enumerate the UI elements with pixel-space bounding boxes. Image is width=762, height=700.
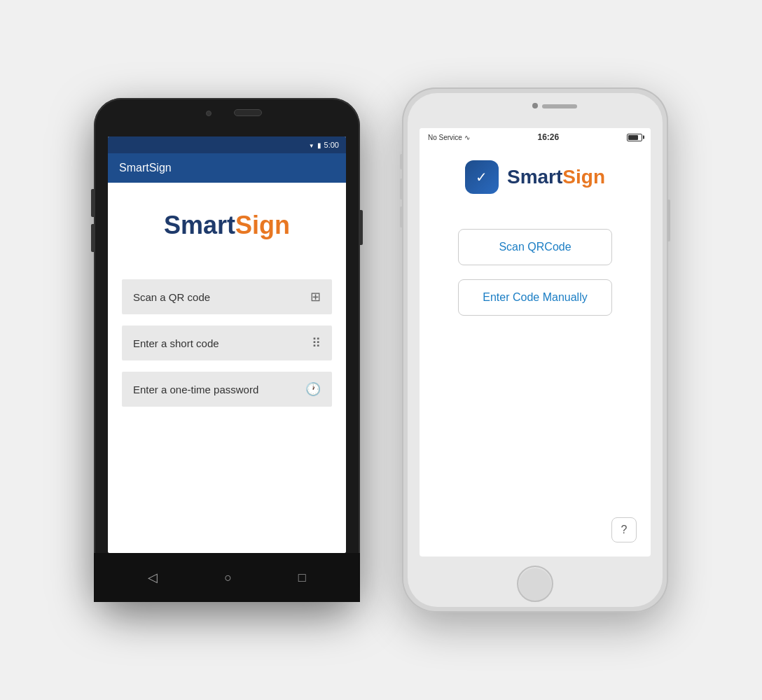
ios-help-button[interactable]: ? — [611, 517, 637, 542]
ios-help-label: ? — [621, 524, 628, 536]
ios-logo-icon: ✓ — [465, 160, 499, 194]
scan-qr-button[interactable]: Scan a QR code ⊞ — [122, 279, 332, 314]
android-recents-button[interactable]: □ — [298, 570, 306, 585]
android-content: SmartSign Scan a QR code ⊞ Enter a short… — [108, 183, 346, 553]
wifi-icon — [309, 141, 314, 149]
ios-battery-fill — [628, 135, 638, 140]
ios-speaker — [542, 104, 577, 108]
ios-phone: No Service ∿ 16:26 ✓ SmartSign — [402, 88, 668, 612]
ios-screen: No Service ∿ 16:26 ✓ SmartSign — [420, 128, 651, 556]
ios-logo-row: ✓ SmartSign — [465, 160, 605, 194]
ios-enter-code-button[interactable]: Enter Code Manually — [458, 279, 612, 316]
android-volume-up-button[interactable] — [91, 189, 94, 217]
enter-short-code-label: Enter a short code — [133, 337, 219, 349]
ios-carrier-text: No Service — [428, 134, 462, 141]
battery-icon — [317, 141, 321, 149]
checkmark-icon: ✓ — [476, 169, 487, 186]
android-power-button[interactable] — [360, 210, 363, 245]
scan-qr-label: Scan a QR code — [133, 291, 210, 303]
qr-icon: ⊞ — [310, 289, 321, 304]
ios-volume-up-button[interactable] — [400, 178, 403, 200]
enter-otp-button[interactable]: Enter a one-time password 🕐 — [122, 372, 332, 407]
ios-time: 16:26 — [537, 132, 559, 142]
ios-enter-code-label: Enter Code Manually — [483, 291, 587, 303]
logo-sign-text: Sign — [235, 211, 290, 239]
ios-logo-text: SmartSign — [507, 166, 605, 188]
ios-camera — [532, 103, 538, 108]
enter-short-code-button[interactable]: Enter a short code ⠿ — [122, 326, 332, 360]
android-volume-down-button[interactable] — [91, 224, 94, 252]
ios-battery-indicator — [627, 134, 642, 141]
ios-status-bar: No Service ∿ 16:26 — [420, 128, 651, 146]
clock-icon: 🕐 — [305, 382, 321, 397]
ios-scan-qr-label: Scan QRCode — [499, 241, 571, 253]
ios-volume-down-button[interactable] — [400, 206, 403, 227]
ios-battery-icon — [627, 134, 642, 141]
android-toolbar-title: SmartSign — [119, 162, 172, 174]
android-home-button[interactable]: ○ — [224, 570, 232, 585]
ios-power-button[interactable] — [667, 200, 670, 241]
ios-logo-smart: Smart — [507, 166, 562, 188]
ios-logo-sign: Sign — [562, 166, 605, 188]
android-toolbar: SmartSign — [108, 153, 346, 183]
logo-smart-text: Smart — [164, 211, 235, 239]
ios-mute-button[interactable] — [400, 154, 403, 169]
android-speaker — [234, 109, 262, 116]
ios-scan-qr-button[interactable]: Scan QRCode — [458, 229, 612, 265]
android-nav-bar: ◁ ○ □ — [94, 553, 360, 602]
android-logo: SmartSign — [164, 211, 290, 240]
android-back-button[interactable]: ◁ — [148, 570, 158, 585]
ios-home-button[interactable] — [517, 566, 553, 602]
android-time: 5:00 — [324, 141, 339, 149]
grid-icon: ⠿ — [312, 335, 321, 351]
enter-otp-label: Enter a one-time password — [133, 384, 258, 396]
ios-carrier: No Service ∿ — [428, 134, 470, 141]
ios-wifi-icon: ∿ — [464, 134, 470, 141]
android-screen: 5:00 SmartSign SmartSign Scan a QR code … — [108, 136, 346, 553]
android-status-bar: 5:00 — [108, 136, 346, 153]
ios-content: ✓ SmartSign Scan QRCode Enter Code Manua… — [420, 146, 651, 556]
android-camera — [206, 111, 212, 116]
android-phone: 5:00 SmartSign SmartSign Scan a QR code … — [94, 98, 360, 602]
